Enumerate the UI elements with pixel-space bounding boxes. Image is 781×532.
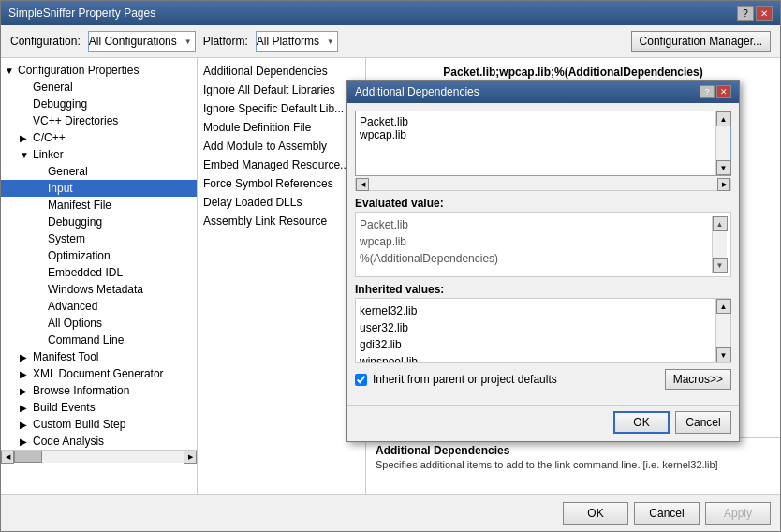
dialog-content: Packet.lib wpcap.lib ▲ ▼ ◀ ▶ Evaluated v… [347,103,739,405]
title-bar-buttons: ? ✕ [737,6,773,21]
tree-item-debugging[interactable]: Debugging [1,96,197,112]
tree-item-linker-input[interactable]: Input [1,180,197,197]
tree-item-cpp[interactable]: ▶ C/C++ [1,129,197,146]
configuration-select-wrapper[interactable]: All Configurations [88,31,196,52]
evaluated-box: Packet.libwpcap.lib%(AdditionalDependenc… [355,212,731,277]
tree-item-command-line[interactable]: Command Line [1,332,197,348]
close-button[interactable]: ✕ [756,6,773,21]
description-title: Additional Dependencies [376,444,771,457]
tree-panel: ▼ Configuration Properties General Debug… [1,58,198,494]
config-manager-button[interactable]: Configuration Manager... [631,31,771,52]
platform-label: Platform: [203,35,248,48]
additional-dependencies-dialog: Additional Dependencies ? ✕ Packet.lib w… [346,80,740,442]
help-button[interactable]: ? [737,6,754,21]
tree-label-windows-metadata: Windows Metadata [48,283,143,296]
prop-ignore-specific[interactable]: Ignore Specific Default Lib... [198,99,365,118]
hscroll-track[interactable] [14,451,184,463]
inherited-box: kernel32.libuser32.libgdi32.libwinspool.… [355,298,731,363]
props-panel: Additional Dependencies Ignore All Defau… [198,58,366,494]
tree-item-manifest-file[interactable]: Manifest File [1,197,197,214]
tree-label-custom-build: Custom Build Step [33,418,125,431]
tree-item-linker[interactable]: ▼ Linker [1,146,197,163]
tree-label-build-events: Build Events [33,401,96,414]
tree-label-all-options: All Options [48,317,102,330]
dialog-close-button[interactable]: ✕ [716,85,731,98]
tree-label-embedded-idl: Embedded IDL [48,266,123,279]
evaluated-scrollbar[interactable]: ▲ ▼ [712,216,727,273]
hscroll-right[interactable]: ▶ [184,451,197,464]
tree-label-linker-debug: Debugging [48,215,102,229]
cancel-button[interactable]: Cancel [634,502,700,525]
dialog-ok-button[interactable]: OK [613,411,670,434]
ok-button[interactable]: OK [563,502,628,525]
tree-label-system: System [48,232,85,245]
tree-item-linker-general[interactable]: General [1,163,197,180]
prop-delay-loaded[interactable]: Delay Loaded DLLs [198,193,365,212]
tree-item-manifest-tool[interactable]: ▶ Manifest Tool [1,348,197,365]
tree-item-advanced[interactable]: Advanced [1,298,197,315]
description-text: Specifies additional items to add to the… [376,459,771,470]
inherited-scroll-up[interactable]: ▲ [716,299,731,314]
prop-embed-resource[interactable]: Embed Managed Resource... [198,155,365,174]
tree-label-manifest-file: Manifest File [48,199,111,212]
prop-assembly-link[interactable]: Assembly Link Resource [198,212,365,230]
checkbox-row: Inherit from parent or project defaults … [355,369,731,390]
main-textarea[interactable]: Packet.lib wpcap.lib [356,111,715,175]
tree-item-embedded-idl[interactable]: Embedded IDL [1,264,197,281]
expander-config-props: ▼ [5,66,16,76]
prop-ignore-all[interactable]: Ignore All Default Libraries [198,81,365,99]
configuration-select[interactable]: All Configurations [88,31,196,52]
tree-item-windows-metadata[interactable]: Windows Metadata [1,281,197,298]
evaluated-label: Evaluated value: [355,197,731,210]
inherited-scroll-down[interactable]: ▼ [716,347,731,362]
inherit-checkbox[interactable] [355,374,367,386]
dialog-cancel-button[interactable]: Cancel [675,411,731,434]
tree-hscroll[interactable]: ◀ ▶ [1,450,197,463]
prop-add-module[interactable]: Add Module to Assembly [198,137,365,155]
hscroll-left[interactable]: ◀ [1,451,14,464]
tree-label-browse-info: Browse Information [33,384,129,397]
tree-item-vc-dirs[interactable]: VC++ Directories [1,112,197,129]
tree-label-config-props: Configuration Properties [18,64,139,77]
tree-label-general: General [33,81,73,94]
tree-label-linker-general: General [48,165,88,178]
scroll-down-btn[interactable]: ▼ [716,160,731,175]
hscroll-right-btn[interactable]: ▶ [717,178,730,191]
tree-item-code-analysis[interactable]: ▶ Code Analysis [1,433,197,450]
tree-item-optimization[interactable]: Optimization [1,247,197,264]
tree-label-debugging: Debugging [33,97,87,111]
platform-select[interactable]: All Platforms [256,31,338,52]
tree-item-linker-debug[interactable]: Debugging [1,214,197,230]
tree-item-build-events[interactable]: ▶ Build Events [1,399,197,416]
platform-select-wrapper[interactable]: All Platforms [256,31,338,52]
main-scrollbar[interactable]: ▲ ▼ [715,111,730,175]
tree-item-xml-doc[interactable]: ▶ XML Document Generator [1,365,197,382]
dialog-help-button[interactable]: ? [700,85,715,98]
value-header: Packet.lib;wpcap.lib;%(AdditionalDepende… [374,66,773,79]
inherited-scrollbar[interactable]: ▲ ▼ [715,299,730,362]
dialog-title: Additional Dependencies [355,85,479,98]
prop-force-symbol[interactable]: Force Symbol References [198,174,365,193]
macros-button[interactable]: Macros>> [665,369,731,390]
tree-label-linker-input: Input [48,182,73,195]
tree-item-all-options[interactable]: All Options [1,315,197,332]
prop-module-def[interactable]: Module Definition File [198,118,365,137]
scroll-up-btn[interactable]: ▲ [716,111,731,126]
tree-label-cpp: C/C++ [33,131,66,144]
textarea-hscroll[interactable]: ◀ ▶ [355,178,731,191]
apply-button[interactable]: Apply [705,502,771,525]
dialog-title-bar: Additional Dependencies ? ✕ [347,81,739,103]
tree-item-custom-build[interactable]: ▶ Custom Build Step [1,416,197,433]
hscroll-thumb[interactable] [14,451,42,463]
eval-scroll-down[interactable]: ▼ [713,258,728,273]
prop-additional-deps[interactable]: Additional Dependencies [198,62,365,81]
tree-item-system[interactable]: System [1,230,197,247]
tree-item-browse-info[interactable]: ▶ Browse Information [1,382,197,399]
tree-item-config-props[interactable]: ▼ Configuration Properties [1,62,197,79]
eval-scroll-up[interactable]: ▲ [713,216,728,231]
hscroll-left-btn[interactable]: ◀ [356,178,369,191]
scroll-track[interactable] [716,126,730,160]
evaluated-text: Packet.libwpcap.lib%(AdditionalDependenc… [360,216,712,273]
tree-item-general[interactable]: General [1,79,197,96]
tree-label-advanced: Advanced [48,300,97,313]
